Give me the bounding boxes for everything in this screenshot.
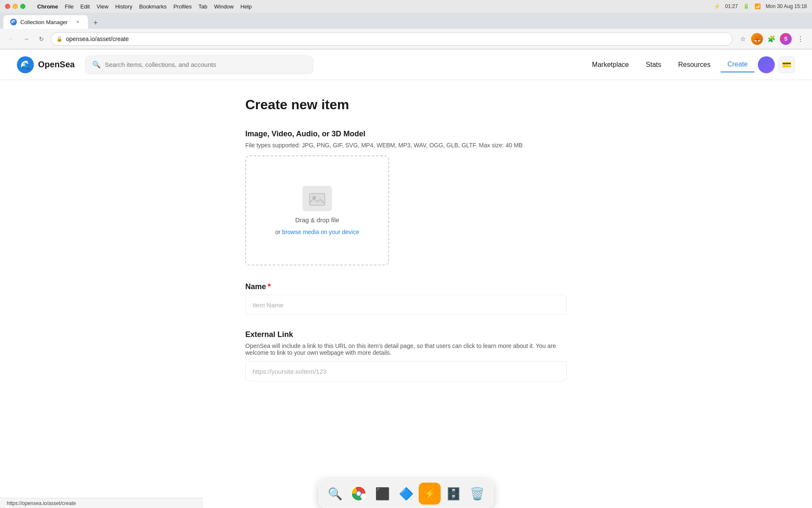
opensea-logo-icon: 🌊 [17,56,34,73]
upload-image-icon [302,186,332,211]
new-tab-button[interactable]: + [90,17,102,29]
nav-bar: ← → ↻ 🔒 opensea.io/asset/create ☆ 🦊 🧩 S … [0,29,812,49]
name-section: Name * [245,282,567,315]
macos-dock: 🔍 ⬛ 🔷 ⚡ 🗄️ 🗑️ [318,479,494,508]
tab-menu-item[interactable]: Tab [198,3,207,10]
file-menu-item[interactable]: File [65,3,74,10]
fox-extension[interactable]: 🦊 [751,33,763,45]
dock-flashcard[interactable]: ⚡ [419,483,441,505]
external-link-section: External Link OpenSea will include a lin… [245,330,567,381]
main-content: Create new item Image, Video, Audio, or … [237,80,575,431]
stats-nav-link[interactable]: Stats [639,58,668,72]
reload-button[interactable]: ↻ [36,33,47,45]
nav-actions: ☆ 🦊 🧩 S ⋮ [736,32,807,46]
upload-section: Image, Video, Audio, or 3D Model File ty… [245,130,567,265]
browser-menu-button[interactable]: ⋮ [793,32,807,46]
dock-terminal[interactable]: ⬛ [371,483,393,505]
dock-vscode[interactable]: 🔷 [395,483,417,505]
page-title: Create new item [245,97,567,113]
view-menu-item[interactable]: View [96,3,108,10]
window-menu-item[interactable]: Window [214,3,233,10]
resources-nav-link[interactable]: Resources [671,58,717,72]
browse-media-link[interactable]: browse media on your device [282,229,359,235]
timer-display: 01:27 [725,3,738,9]
tab-close-button[interactable]: × [74,19,81,25]
upload-section-label: Image, Video, Audio, or 3D Model [245,130,567,138]
active-tab[interactable]: 🌊 Collection Manager × [3,15,88,29]
profile-avatar[interactable]: S [780,33,792,45]
svg-point-4 [357,491,361,496]
extensions-button[interactable]: 🧩 [765,32,778,46]
network-icon: 🔋 [743,3,749,9]
address-text: opensea.io/asset/create [66,36,727,42]
browse-link-container: or browse media on your device [275,229,359,235]
upload-dropzone[interactable]: Drag & drop file or browse media on your… [245,155,389,265]
lock-icon: 🔒 [56,36,63,42]
create-nav-link[interactable]: Create [721,57,754,72]
back-button[interactable]: ← [5,33,17,45]
opensea-logo[interactable]: 🌊 OpenSea [17,56,75,73]
battery-icon: ⚡ [714,3,720,9]
bookmark-button[interactable]: ☆ [736,32,749,46]
datetime-display: Mon 30 Aug 15:18 [766,3,807,9]
traffic-lights [5,4,25,9]
opensea-logo-text: OpenSea [38,60,75,69]
close-button[interactable] [5,4,10,9]
or-text: or [275,229,280,235]
wallet-button[interactable]: 💳 [778,56,795,73]
chrome-menu-item[interactable]: Chrome [37,3,58,10]
bookmarks-menu-item[interactable]: Bookmarks [139,3,167,10]
tab-favicon: 🌊 [10,19,17,25]
external-link-label: External Link [245,330,567,339]
help-menu-item[interactable]: Help [241,3,252,10]
wifi-icon: 📶 [754,3,761,9]
search-bar[interactable]: 🔍 [85,55,313,74]
name-input[interactable] [245,295,567,315]
dock-tableplus[interactable]: 🗄️ [442,483,464,505]
status-url: https://opensea.io/asset/create [7,500,76,506]
browser-chrome: 🌊 Collection Manager × + ← → ↻ 🔒 opensea… [0,13,812,50]
external-link-desc: OpenSea will include a link to this URL … [245,342,567,356]
dock-finder[interactable]: 🔍 [324,483,346,505]
history-menu-item[interactable]: History [115,3,132,10]
profiles-menu-item[interactable]: Profiles [173,3,192,10]
drag-drop-text: Drag & drop file [295,216,339,224]
forward-button[interactable]: → [20,33,32,45]
name-label-text: Name [245,282,266,291]
minimize-button[interactable] [13,4,18,9]
search-input[interactable] [105,61,306,68]
dock-chrome[interactable] [348,483,370,505]
dock-trash[interactable]: 🗑️ [466,483,488,505]
site-header: 🌊 OpenSea 🔍 Marketplace Stats Resources … [0,50,812,80]
tab-title: Collection Manager [20,19,71,25]
svg-rect-0 [310,193,325,205]
required-indicator: * [268,282,271,291]
search-icon: 🔍 [92,61,101,69]
marketplace-nav-link[interactable]: Marketplace [585,58,636,72]
name-label: Name * [245,282,567,291]
titlebar-right: ⚡ 01:27 🔋 📶 Mon 30 Aug 15:18 [714,3,807,9]
address-bar[interactable]: 🔒 opensea.io/asset/create [51,32,732,46]
macos-menu: Chrome File Edit View History Bookmarks … [37,3,252,10]
user-profile-button[interactable] [758,56,775,73]
site-nav: Marketplace Stats Resources Create 💳 [585,56,795,73]
external-link-input[interactable] [245,361,567,381]
macos-titlebar: Chrome File Edit View History Bookmarks … [0,0,812,13]
maximize-button[interactable] [20,4,25,9]
status-bar: https://opensea.io/asset/create [0,498,203,508]
tab-bar: 🌊 Collection Manager × + [0,13,812,29]
upload-file-types: File types supported: JPG, PNG, GIF, SVG… [245,142,567,149]
edit-menu-item[interactable]: Edit [80,3,90,10]
